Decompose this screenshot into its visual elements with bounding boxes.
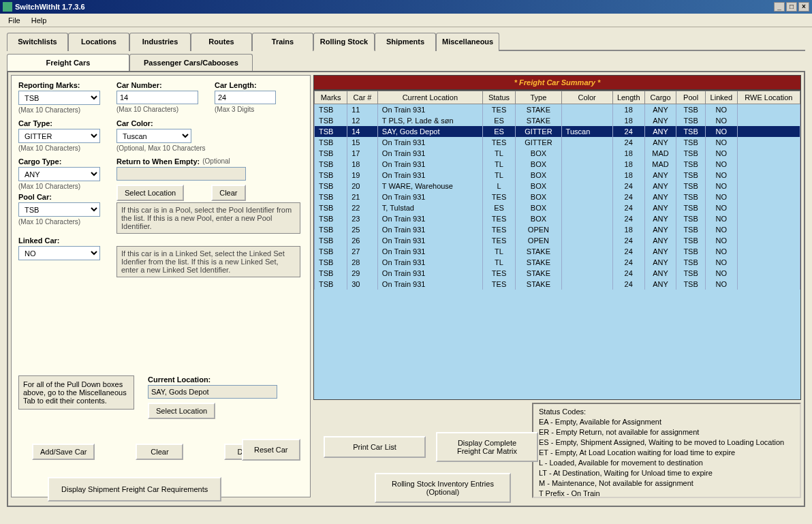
print-car-list-button[interactable]: Print Car List <box>324 436 426 458</box>
col-header[interactable]: Cargo <box>644 91 676 104</box>
cargo-type-select[interactable]: ANY <box>18 167 100 181</box>
titlebar: SwitchWithIt 1.7.3.6 _ □ × <box>0 0 812 14</box>
car-color-label: Car Color: <box>116 119 253 127</box>
table-row[interactable]: TSB27On Train 931TLSTAKE24ANYTSBNO <box>315 246 800 257</box>
clear-button[interactable]: Clear <box>136 444 183 460</box>
table-row[interactable]: TSB20T WARE, WarehouseLBOX24ANYTSBNO <box>315 181 800 191</box>
sub-tabs: Freight CarsPassenger Cars/Cabooses <box>7 54 805 71</box>
table-row[interactable]: TSB12T PLS, P. Lade & sønESSTAKE18ANYTSB… <box>315 115 800 126</box>
reporting-marks-select[interactable]: TSB <box>18 91 100 105</box>
minimize-button[interactable]: _ <box>774 2 785 12</box>
return-empty-hint: (Optional <box>202 157 230 167</box>
linked-car-label: Linked Car: <box>18 236 100 245</box>
maximize-button[interactable]: □ <box>786 2 797 12</box>
form-pane: Reporting Marks: TSB (Max 10 Characters)… <box>11 75 311 497</box>
current-location-label: Current Location: <box>148 375 210 384</box>
current-select-location-button[interactable]: Select Location <box>148 403 215 419</box>
tab-routes[interactable]: Routes <box>191 33 252 51</box>
subtab-passenger-cars-cabooses[interactable]: Passenger Cars/Cabooses <box>129 54 253 71</box>
inventory-button[interactable]: Rolling Stock Inventory Entries (Optiona… <box>375 473 511 503</box>
table-row[interactable]: TSB26On Train 931TESOPEN24ANYTSBNO <box>315 235 800 246</box>
summary-title: * Freight Car Summary * <box>313 75 801 90</box>
table-row[interactable]: TSB19On Train 931TLBOX18ANYTSBNO <box>315 170 800 181</box>
pool-car-select[interactable]: TSB <box>18 202 100 217</box>
app-icon <box>3 2 12 12</box>
table-row[interactable]: TSB11On Train 931TESSTAKE18ANYTSBNO <box>315 104 800 116</box>
col-header[interactable]: Length <box>612 91 644 104</box>
table-row[interactable]: TSB25On Train 931TESOPEN18ANYTSBNO <box>315 224 800 235</box>
reporting-marks-label: Reporting Marks: <box>18 81 100 89</box>
car-number-hint: (Max 10 Characters) <box>116 106 198 113</box>
tab-shipments[interactable]: Shipments <box>375 33 436 51</box>
table-row[interactable]: TSB28On Train 931TLSTAKE24ANYTSBNO <box>315 257 800 268</box>
return-clear-button[interactable]: Clear <box>211 185 245 201</box>
table-row[interactable]: TSB18On Train 931TLBOX18MADTSBNO <box>315 159 800 170</box>
menu-file[interactable]: File <box>3 15 26 26</box>
table-row[interactable]: TSB17On Train 931TLBOX18MADTSBNO <box>315 148 800 159</box>
col-header[interactable]: RWE Location <box>737 91 800 104</box>
car-length-input[interactable] <box>215 91 276 104</box>
tab-locations[interactable]: Locations <box>68 33 129 51</box>
linked-car-help: If this car is in a Linked Set, select t… <box>116 246 300 277</box>
return-select-location-button[interactable]: Select Location <box>116 185 184 201</box>
car-type-hint: (Max 10 Characters) <box>18 144 100 152</box>
col-header[interactable]: Linked <box>705 91 737 104</box>
table-row[interactable]: TSB14SAY, Gods DepotESGITTERTuscan24ANYT… <box>315 126 800 137</box>
car-type-label: Car Type: <box>18 119 100 127</box>
table-row[interactable]: TSB23On Train 931TESBOX24ANYTSBNO <box>315 213 800 224</box>
pool-car-help: If this car is in a Pool, select the Poo… <box>116 202 300 234</box>
app-title: SwitchWithIt 1.7.3.6 <box>15 3 85 11</box>
col-header[interactable]: Marks <box>315 91 347 104</box>
menu-help[interactable]: Help <box>26 15 52 26</box>
current-location-input[interactable] <box>148 385 277 399</box>
table-row[interactable]: TSB15On Train 931TESGITTER24ANYTSBNO <box>315 137 800 148</box>
pool-car-hint: (Max 10 Characters) <box>18 218 100 226</box>
col-header[interactable]: Color <box>561 91 612 104</box>
summary-grid[interactable]: MarksCar #Current LocationStatusTypeColo… <box>313 90 801 400</box>
tab-rolling-stock[interactable]: Rolling Stock <box>313 33 375 51</box>
main-tabs: SwitchlistsLocationsIndustriesRoutesTrai… <box>7 31 805 51</box>
display-matrix-button[interactable]: Display Complete Freight Car Matrix <box>436 432 538 462</box>
car-type-select[interactable]: GITTER <box>18 129 100 143</box>
tab-trains[interactable]: Trains <box>252 33 313 51</box>
col-header[interactable]: Status <box>482 91 515 104</box>
tab-miscellaneous[interactable]: Miscellaneous <box>436 33 499 51</box>
status-codes-box: Status Codes:EA - Empty, Available for A… <box>532 403 801 498</box>
reporting-marks-hint: (Max 10 Characters) <box>18 106 100 114</box>
car-number-label: Car Number: <box>116 81 198 89</box>
car-color-hint: (Optional, Max 10 Characters <box>116 144 253 152</box>
cargo-type-hint: (Max 10 Characters) <box>18 183 100 190</box>
car-color-select[interactable]: Tuscan <box>116 129 191 143</box>
subtab-freight-cars[interactable]: Freight Cars <box>7 54 129 71</box>
tab-switchlists[interactable]: Switchlists <box>7 33 68 51</box>
col-header[interactable]: Type <box>516 91 561 104</box>
car-number-input[interactable] <box>116 91 198 104</box>
misc-hint: For all of the Pull Down boxes above, go… <box>18 375 134 410</box>
reset-car-button[interactable]: Reset Car <box>242 439 300 461</box>
table-row[interactable]: TSB22T, TulstadESBOX24ANYTSBNO <box>315 202 800 213</box>
table-row[interactable]: TSB30On Train 931TESSTAKE24ANYTSBNO <box>315 279 800 290</box>
table-row[interactable]: TSB21On Train 931TESBOX24ANYTSBNO <box>315 191 800 202</box>
cargo-type-label: Cargo Type: <box>18 157 100 166</box>
add-save-button[interactable]: Add/Save Car <box>32 444 95 460</box>
return-empty-input[interactable] <box>116 167 246 181</box>
close-button[interactable]: × <box>798 2 809 12</box>
col-header[interactable]: Current Location <box>377 91 482 104</box>
pool-car-label: Pool Car: <box>18 193 100 201</box>
return-empty-label: Return to When Empty: <box>116 157 200 166</box>
table-row[interactable]: TSB29On Train 931TESSTAKE24ANYTSBNO <box>315 268 800 279</box>
col-header[interactable]: Car # <box>347 91 378 104</box>
car-length-hint: (Max 3 Digits <box>215 106 276 113</box>
car-length-label: Car Length: <box>215 81 276 89</box>
linked-car-select[interactable]: NO <box>18 246 100 260</box>
tab-industries[interactable]: Industries <box>129 33 191 51</box>
col-header[interactable]: Pool <box>676 91 705 104</box>
menubar: File Help <box>0 14 812 27</box>
display-requirements-button[interactable]: Display Shipment Freight Car Requirement… <box>48 477 221 502</box>
